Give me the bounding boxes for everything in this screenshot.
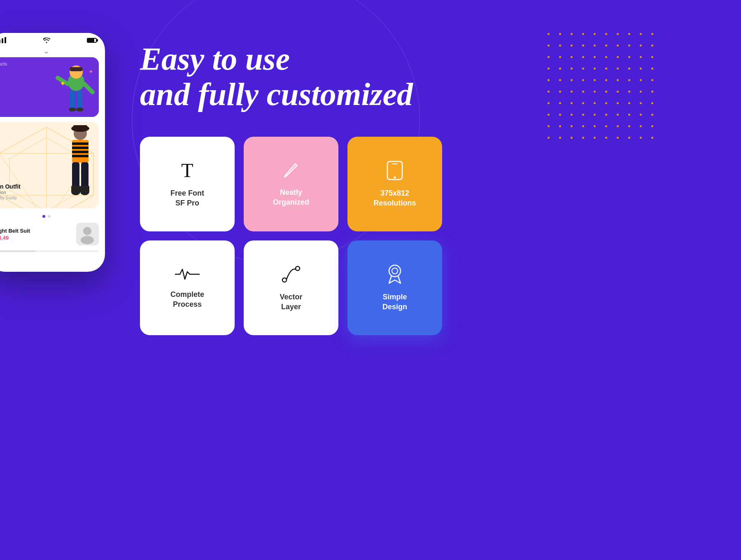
phone-purple-card: ucts ✦ ✦ <box>0 57 99 117</box>
card-label-neatly-organized: NeatlyOrganized <box>273 188 309 207</box>
right-content-area: Easy to use and fully customized T Free … <box>140 41 716 335</box>
woman-illustration <box>60 122 99 208</box>
svg-point-7 <box>69 107 76 112</box>
product-thumbnail <box>76 223 99 245</box>
headline-line1: Easy to use <box>140 41 290 77</box>
phone-outfit-card: n Outfit ion by Susilp <box>0 122 99 208</box>
svg-text:✦: ✦ <box>89 69 93 75</box>
feature-card-complete-process: CompleteProcess <box>140 240 235 335</box>
pencil-icon <box>281 161 301 180</box>
svg-rect-24 <box>72 151 89 153</box>
headline-line2: and fully customized <box>140 76 413 112</box>
progress-fill <box>0 250 36 252</box>
wifi-icon <box>43 37 50 43</box>
outfit-by: by Susilp <box>0 196 21 200</box>
progress-bar <box>0 250 99 252</box>
svg-rect-25 <box>72 155 89 157</box>
outfit-title: n Outfit <box>0 183 21 190</box>
phone-mockup: ⌄ ucts ✦ <box>0 33 115 519</box>
svg-point-39 <box>282 278 287 282</box>
svg-rect-22 <box>72 142 89 145</box>
svg-point-42 <box>392 268 398 274</box>
product-name: Light Belt Suit <box>0 228 71 234</box>
ribbon-icon <box>386 264 404 285</box>
svg-text:T: T <box>181 160 193 181</box>
dot-inactive <box>48 215 51 218</box>
svg-point-34 <box>81 236 94 244</box>
svg-rect-2 <box>70 67 83 71</box>
svg-rect-5 <box>70 90 75 109</box>
card-label-vector-layer: VectorLayer <box>280 292 302 312</box>
outfit-subtitle: ion <box>0 190 21 195</box>
signal-icon <box>0 37 6 43</box>
svg-rect-38 <box>392 163 398 164</box>
feature-card-simple-design: SimpleDesign <box>347 240 442 335</box>
svg-point-37 <box>394 177 396 179</box>
svg-point-33 <box>83 227 91 235</box>
pulse-icon <box>175 266 200 282</box>
phone-card-label: ucts <box>0 61 7 66</box>
svg-point-8 <box>76 107 84 112</box>
svg-rect-20 <box>73 125 87 130</box>
card-label-complete-process: CompleteProcess <box>170 290 204 309</box>
svg-text:✦: ✦ <box>60 79 66 88</box>
svg-rect-31 <box>80 186 89 192</box>
text-T-icon: T <box>177 160 198 181</box>
feature-card-neatly-organized: NeatlyOrganized <box>244 137 338 231</box>
phone-outfit-text: n Outfit ion by Susilp <box>0 183 21 200</box>
product-price: $ 3,49 <box>0 235 71 241</box>
phone-status-bar <box>0 33 105 45</box>
svg-point-40 <box>296 266 300 271</box>
svg-rect-30 <box>71 186 80 192</box>
carousel-dots <box>0 213 105 219</box>
svg-rect-23 <box>72 147 89 149</box>
battery-icon <box>87 38 97 43</box>
dot-active <box>42 215 45 218</box>
card-label-resolutions: 375x812Resolutions <box>373 189 416 208</box>
chevron-down-icon: ⌄ <box>0 45 105 57</box>
card-label-simple-design: SimpleDesign <box>382 292 407 312</box>
product-row[interactable]: Light Belt Suit $ 3,49 <box>0 219 105 249</box>
feature-card-resolutions: 375x812Resolutions <box>347 137 442 231</box>
headline: Easy to use and fully customized <box>140 41 445 112</box>
svg-line-4 <box>84 84 93 92</box>
phone-frame-icon <box>386 160 404 181</box>
svg-point-41 <box>389 265 401 277</box>
product-info: Light Belt Suit $ 3,49 <box>0 228 71 241</box>
feature-cards-grid: T Free FontSF Pro NeatlyOrganized <box>140 137 716 335</box>
svg-rect-6 <box>77 90 82 109</box>
card-label-free-font: Free FontSF Pro <box>170 189 204 208</box>
kid-illustration: ✦ ✦ <box>54 61 99 117</box>
vector-icon <box>280 264 302 285</box>
feature-card-vector-layer: VectorLayer <box>244 240 338 335</box>
feature-card-free-font: T Free FontSF Pro <box>140 137 235 231</box>
